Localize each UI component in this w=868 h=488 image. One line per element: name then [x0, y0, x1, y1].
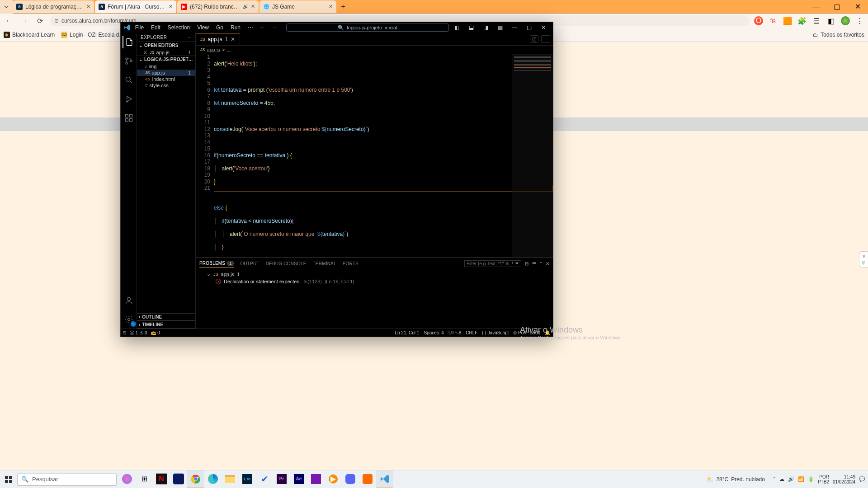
collapse-all-icon[interactable]: ⊟: [525, 261, 528, 266]
app-chrome[interactable]: [187, 470, 204, 488]
timeline-section[interactable]: › TIMELINE: [137, 321, 195, 328]
maximize-panel-icon[interactable]: ˄: [540, 261, 542, 266]
task-view-icon[interactable]: ⊞: [136, 470, 153, 488]
browser-tab-1[interactable]: a Fórum | Alura - Cursos online d... ✕: [95, 0, 176, 13]
activity-explorer-icon[interactable]: [123, 36, 135, 48]
menu-more[interactable]: ⋯: [245, 23, 256, 32]
view-as-list-icon[interactable]: ☰: [532, 261, 536, 266]
panel-tab-output[interactable]: OUTPUT: [240, 259, 259, 268]
app-disney[interactable]: [170, 470, 187, 488]
close-icon[interactable]: ✕: [329, 4, 333, 9]
nav-back-icon[interactable]: ←: [257, 24, 267, 31]
open-editors-section[interactable]: ⌄ OPEN EDITORS: [137, 42, 195, 49]
back-button[interactable]: ←: [4, 15, 14, 26]
nav-fwd-icon[interactable]: →: [269, 24, 279, 31]
activity-run-debug-icon[interactable]: [123, 93, 135, 105]
layout-toggle-bottom-icon[interactable]: ⬓: [464, 23, 478, 33]
close-icon[interactable]: ✕: [143, 50, 148, 55]
file-item-index[interactable]: <> index.html: [137, 76, 195, 82]
widget-target-icon[interactable]: ◎: [862, 260, 866, 265]
new-tab-button[interactable]: ＋: [337, 1, 349, 13]
window-minimize-icon[interactable]: —: [508, 23, 521, 33]
all-bookmarks[interactable]: 🗀 Todos os favoritos: [813, 32, 864, 38]
layout-toggle-left-icon[interactable]: ◧: [450, 23, 463, 33]
filter-icon[interactable]: ⏷: [515, 261, 519, 266]
status-language[interactable]: { } JavaScript: [482, 330, 509, 335]
tray-language[interactable]: PORPTB2: [818, 474, 829, 484]
more-icon[interactable]: ⋯: [541, 35, 550, 43]
layout-toggle-right-icon[interactable]: ◨: [479, 23, 492, 33]
forward-button[interactable]: →: [19, 15, 30, 26]
status-errors[interactable]: ⓧ 1 ⚠ 0: [130, 330, 147, 336]
breadcrumb[interactable]: JS app.js > ...: [196, 46, 553, 54]
extension-icon[interactable]: 🟧: [783, 16, 792, 25]
more-icon[interactable]: ⋯: [187, 35, 192, 40]
status-radio[interactable]: 📻 0: [151, 330, 160, 335]
open-editor-item[interactable]: ✕ JS app.js 1: [137, 49, 195, 56]
tray-clock[interactable]: 11:4901/02/2024: [833, 474, 855, 484]
app-generic[interactable]: [359, 470, 376, 488]
extensions-icon[interactable]: 🧩: [797, 16, 807, 25]
app-todo[interactable]: ✔: [256, 470, 273, 488]
minimize-button[interactable]: —: [806, 0, 826, 14]
site-info-icon[interactable]: ⊙: [54, 18, 59, 24]
bookmark-item[interactable]: OZI Login - OZI Escola d...: [61, 32, 123, 38]
project-section[interactable]: ⌄ LOGICA-JS-PROJETO_INICI...: [137, 56, 195, 63]
taskbar-search[interactable]: 🔍 Pesquisar: [17, 473, 117, 486]
file-item-appjs[interactable]: JS app.js 1: [137, 70, 195, 76]
app-netflix[interactable]: N: [153, 470, 170, 488]
reload-button[interactable]: ⟳: [34, 15, 45, 26]
panel-tab-debug[interactable]: DEBUG CONSOLE: [266, 259, 307, 268]
problem-item[interactable]: ✕ Declaration or statement expected. ts(…: [199, 278, 549, 285]
editor-tab-appjs[interactable]: JS app.js 1 ✕: [196, 33, 240, 45]
tray-onedrive-icon[interactable]: ☁: [779, 476, 784, 482]
activity-settings-icon[interactable]: 1: [123, 313, 135, 326]
app-lightroom[interactable]: Lrc: [239, 470, 256, 488]
app-aftereffects[interactable]: Ae: [290, 470, 307, 488]
window-maximize-icon[interactable]: ▢: [522, 23, 536, 33]
panel-tab-terminal[interactable]: TERMINAL: [313, 259, 336, 268]
start-button[interactable]: [0, 470, 17, 488]
widget-close-icon[interactable]: ✕: [862, 254, 866, 259]
minimap[interactable]: [512, 54, 553, 257]
source-code[interactable]: alert('Helo idiots'); let tentativa = pr…: [214, 54, 553, 257]
browser-tab-0[interactable]: a Lógica de programação: merg... ✕: [13, 0, 94, 13]
side-floating-widget[interactable]: ✕ ◎: [859, 251, 868, 267]
menu-icon[interactable]: ⋮: [855, 16, 864, 25]
menu-edit[interactable]: Edit: [148, 23, 164, 32]
extension-icon[interactable]: 🛍: [769, 16, 778, 25]
tray-wifi-icon[interactable]: 📶: [798, 476, 804, 482]
bookmark-item[interactable]: ◆ Blackboard Learn: [4, 32, 55, 38]
taskbar-weather[interactable]: ⛅ 28°C Pred. nublado: [707, 476, 765, 483]
close-icon[interactable]: ✕: [251, 4, 255, 9]
customize-layout-icon[interactable]: ▦: [493, 23, 507, 33]
app-vscode[interactable]: [376, 470, 393, 488]
app-edge[interactable]: [204, 470, 222, 488]
tab-search-button[interactable]: [0, 0, 13, 14]
close-icon[interactable]: ✕: [86, 4, 90, 9]
tray-battery-icon[interactable]: 🔋: [808, 476, 814, 482]
split-editor-icon[interactable]: ◫: [530, 35, 538, 43]
app-explorer[interactable]: [222, 470, 239, 488]
close-icon[interactable]: ✕: [231, 36, 235, 42]
audio-icon[interactable]: 🔊: [243, 4, 248, 9]
menu-view[interactable]: View: [194, 23, 212, 32]
tray-notifications-icon[interactable]: 💬: [859, 476, 865, 482]
app-media[interactable]: ▶: [325, 470, 342, 488]
activity-extensions-icon[interactable]: [123, 112, 135, 124]
maximize-button[interactable]: ▢: [826, 0, 847, 14]
menu-selection[interactable]: Selection: [165, 23, 193, 32]
extension-icon[interactable]: O: [754, 16, 763, 25]
activity-search-icon[interactable]: [123, 74, 135, 86]
side-panel-icon[interactable]: ◧: [826, 16, 835, 25]
tray-volume-icon[interactable]: 🔊: [788, 476, 794, 482]
status-eol[interactable]: CRLF: [466, 330, 477, 335]
folder-item[interactable]: › img: [137, 63, 195, 70]
status-spaces[interactable]: Spaces: 4: [424, 330, 443, 335]
remote-icon[interactable]: ⎘: [123, 330, 126, 335]
app-premiere[interactable]: Pr: [273, 470, 290, 488]
panel-tab-ports[interactable]: PORTS: [343, 259, 359, 268]
vscode-titlebar[interactable]: File Edit Selection View Go Run ⋯ ← → 🔍 …: [121, 22, 553, 33]
status-cursor[interactable]: Ln 21, Col 1: [395, 330, 419, 335]
outline-section[interactable]: › OUTLINE: [137, 313, 195, 321]
